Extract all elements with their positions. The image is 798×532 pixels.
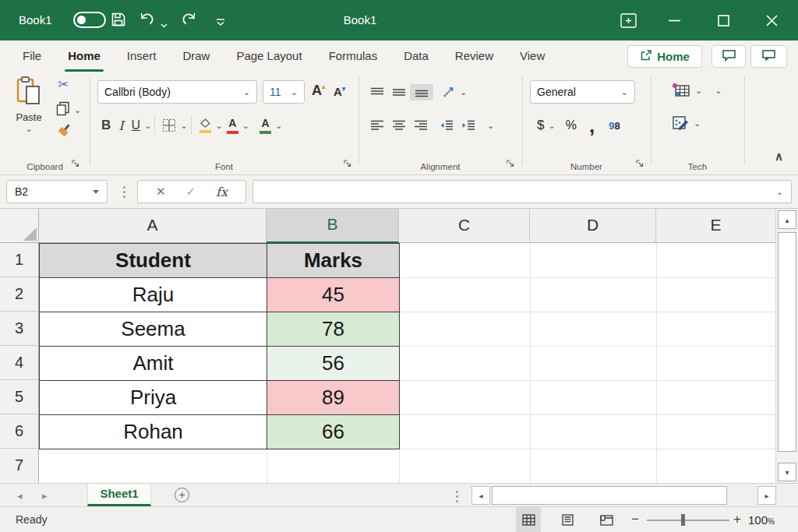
sheetbar-separator-dots[interactable]: [456, 491, 458, 502]
orientation-icon[interactable]: [438, 86, 460, 98]
cell-b4[interactable]: 56: [267, 347, 400, 381]
column-header-c[interactable]: C: [399, 209, 530, 243]
number-dialog-launcher-icon[interactable]: [636, 157, 644, 171]
cut-icon[interactable]: ✂: [58, 76, 69, 93]
format-as-table-dropdown-icon[interactable]: ⌄: [695, 86, 702, 95]
font-color-green-icon[interactable]: A: [256, 118, 275, 134]
tab-insert[interactable]: Insert: [114, 41, 170, 72]
tab-view[interactable]: View: [507, 41, 558, 72]
italic-button[interactable]: I: [115, 118, 127, 133]
row-header-2[interactable]: 2: [0, 277, 39, 312]
vertical-scroll-thumb[interactable]: [778, 232, 796, 452]
font-size-combo[interactable]: 11 ⌄: [263, 80, 305, 104]
formula-input[interactable]: ⌄: [252, 180, 792, 203]
row-header-1[interactable]: 1: [0, 243, 39, 277]
scroll-right-icon[interactable]: ▸: [757, 486, 776, 505]
align-bottom-icon[interactable]: [410, 84, 433, 100]
format-painter-icon[interactable]: [56, 123, 72, 142]
row-header-7[interactable]: 7: [0, 449, 39, 483]
zoom-slider-track[interactable]: [647, 520, 729, 521]
borders-icon[interactable]: [158, 118, 180, 132]
horizontal-scroll-thumb[interactable]: [492, 486, 727, 505]
comma-style-icon[interactable]: ,: [585, 120, 598, 131]
normal-view-button[interactable]: [516, 507, 541, 532]
new-window-button[interactable]: [615, 8, 641, 33]
redo-button[interactable]: [180, 11, 198, 30]
underline-dropdown-icon[interactable]: ⌄: [144, 122, 151, 130]
tab-data[interactable]: Data: [390, 41, 442, 72]
cell-styles-dropdown-icon[interactable]: ⌄: [694, 119, 701, 128]
cell-a4[interactable]: Amit: [40, 347, 267, 381]
row-header-4[interactable]: 4: [0, 346, 39, 380]
column-header-d[interactable]: D: [530, 209, 656, 243]
bold-button[interactable]: B: [97, 118, 115, 133]
maximize-button[interactable]: [710, 8, 736, 33]
percent-style-icon[interactable]: %: [562, 118, 581, 132]
increase-indent-icon[interactable]: [457, 120, 479, 131]
font-color-green-dropdown-icon[interactable]: ⌄: [275, 122, 282, 130]
cell-b6[interactable]: 66: [267, 415, 400, 449]
close-button[interactable]: [758, 8, 785, 33]
page-break-view-button[interactable]: [594, 507, 619, 532]
column-header-b[interactable]: B: [267, 209, 399, 243]
clipboard-dialog-launcher-icon[interactable]: [72, 157, 80, 171]
save-icon[interactable]: [111, 12, 126, 30]
minimize-button[interactable]: [661, 8, 687, 33]
share-home-button[interactable]: Home: [627, 45, 702, 68]
orientation-dropdown-icon[interactable]: ⌄: [460, 88, 467, 97]
alignment-dialog-launcher-icon[interactable]: [507, 157, 515, 171]
cell-styles-icon[interactable]: [668, 115, 694, 132]
font-color-red-dropdown-icon[interactable]: ⌄: [242, 122, 249, 130]
grow-font-icon[interactable]: A▴: [312, 83, 326, 99]
name-box[interactable]: B2: [6, 180, 108, 203]
row-header-6[interactable]: 6: [0, 414, 39, 449]
cell-a1[interactable]: Student: [40, 244, 267, 278]
align-middle-icon[interactable]: [388, 87, 410, 97]
format-as-table-icon[interactable]: [668, 83, 695, 99]
number-format-combo[interactable]: General ⌄: [530, 80, 635, 104]
chat-button[interactable]: [750, 45, 787, 68]
currency-icon[interactable]: $: [533, 118, 548, 133]
tab-review[interactable]: Review: [442, 41, 507, 72]
fill-color-dropdown-icon[interactable]: ⌄: [216, 122, 223, 130]
row-header-5[interactable]: 5: [0, 380, 39, 414]
row-header-3[interactable]: 3: [0, 312, 39, 346]
horizontal-scrollbar[interactable]: ◂ ▸: [471, 486, 776, 505]
cell-b1[interactable]: Marks: [267, 244, 400, 278]
align-left-icon[interactable]: [366, 120, 388, 131]
sheet-nav-right-icon[interactable]: ▸: [42, 490, 48, 502]
zoom-out-icon[interactable]: −: [631, 512, 639, 527]
borders-dropdown-icon[interactable]: ⌄: [180, 122, 187, 130]
scroll-left-icon[interactable]: ◂: [471, 486, 490, 505]
zoom-slider-handle[interactable]: [681, 514, 685, 526]
formula-bar-separator-dots[interactable]: [123, 186, 125, 198]
insert-function-icon[interactable]: fx: [216, 185, 228, 199]
cell-b3[interactable]: 78: [267, 312, 400, 347]
column-header-e[interactable]: E: [656, 209, 775, 243]
paste-dropdown-icon[interactable]: ⌄: [11, 125, 47, 133]
scroll-up-icon[interactable]: ▴: [778, 210, 796, 229]
cell-a2[interactable]: Raju: [40, 278, 267, 312]
cell-b5[interactable]: 89: [267, 381, 400, 415]
cell-b2[interactable]: 45: [267, 278, 400, 312]
cell-a6[interactable]: Rohan: [40, 415, 267, 449]
sheet-tab-sheet1[interactable]: Sheet1: [87, 484, 151, 506]
decrease-indent-icon[interactable]: [436, 120, 457, 131]
align-right-icon[interactable]: [410, 120, 432, 131]
collapse-ribbon-icon[interactable]: ∧: [775, 150, 783, 164]
zoom-level[interactable]: 100%: [748, 513, 775, 527]
tech-more-dropdown-icon[interactable]: ⌄: [715, 86, 722, 95]
zoom-in-icon[interactable]: +: [733, 512, 741, 527]
cell-a3[interactable]: Seema: [40, 312, 267, 347]
font-color-red-icon[interactable]: A: [223, 118, 242, 134]
page-layout-view-button[interactable]: [555, 507, 580, 532]
tab-page-layout[interactable]: Page Layout: [223, 41, 315, 72]
font-dialog-launcher-icon[interactable]: [344, 157, 352, 171]
tab-formulas[interactable]: Formulas: [316, 41, 391, 72]
new-sheet-button[interactable]: +: [175, 488, 189, 502]
vertical-scrollbar[interactable]: ▴ ▾: [775, 209, 798, 483]
tab-home[interactable]: Home: [55, 41, 114, 72]
select-all-button[interactable]: [0, 209, 39, 243]
sheet-nav-left-icon[interactable]: ◂: [17, 490, 23, 502]
fill-color-icon[interactable]: [195, 118, 216, 133]
